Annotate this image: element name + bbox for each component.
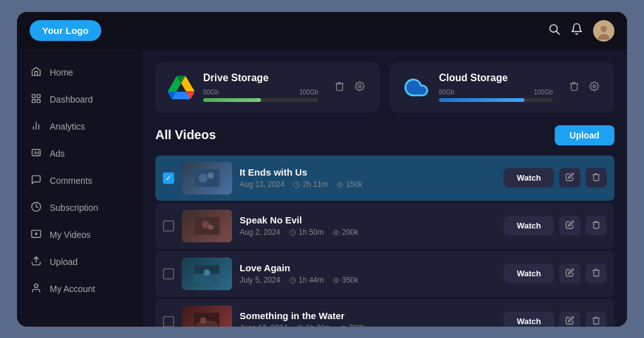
sidebar-item-ads[interactable]: Ad Ads	[17, 141, 143, 167]
watch-button-v3[interactable]: Watch	[504, 264, 554, 283]
body: Home Dashboard Analytics	[17, 50, 627, 327]
sidebar-item-dashboard-label: Dashboard	[50, 94, 93, 104]
cloud-storage-bar	[439, 98, 553, 102]
main-content: Drive Storage 50Gb 100Gb	[143, 50, 627, 327]
delete-button-v3[interactable]	[586, 264, 607, 283]
sidebar-item-my-account-label: My Account	[50, 284, 95, 294]
sidebar-item-ads-label: Ads	[50, 149, 65, 159]
video-actions-v4: Watch	[504, 312, 607, 327]
video-checkbox-v2[interactable]	[163, 220, 174, 232]
sidebar-item-my-videos[interactable]: My Videos	[17, 222, 143, 248]
drive-storage-card: Drive Storage 50Gb 100Gb	[155, 62, 380, 113]
sidebar-item-upload-label: Upload	[50, 257, 77, 267]
video-date-v3: July 5, 2024	[240, 276, 280, 284]
video-meta-v2: Speak No Evil Aug 2, 2024 1h 50m 200k	[240, 215, 496, 237]
drive-settings-button[interactable]	[352, 79, 367, 96]
upload-button[interactable]: Upload	[555, 125, 614, 145]
cloud-delete-button[interactable]	[567, 79, 582, 96]
sidebar-item-comments[interactable]: Comments	[17, 168, 143, 194]
svg-point-20	[593, 85, 596, 87]
video-duration-v1: 2h 11m	[293, 180, 328, 189]
video-checkbox-v1[interactable]: ✓	[163, 172, 174, 184]
sidebar-item-analytics[interactable]: Analytics	[17, 114, 143, 140]
my-account-icon	[30, 283, 42, 296]
video-details-v4: June 13, 2024 1h 26m 792k	[240, 324, 496, 327]
video-duration-v3: 1h 44m	[289, 276, 324, 284]
drive-bar-labels: 50Gb 100Gb	[203, 89, 318, 96]
home-icon	[30, 66, 42, 79]
video-checkbox-v3[interactable]	[163, 268, 174, 279]
cloud-storage-title: Cloud Storage	[439, 72, 553, 84]
svg-point-38	[200, 317, 206, 324]
drive-storage-bar	[203, 98, 318, 102]
svg-text:Ad: Ad	[33, 150, 39, 155]
watch-button-v2[interactable]: Watch	[504, 216, 554, 235]
edit-button-v4[interactable]	[559, 312, 580, 327]
video-actions-v1: Watch	[504, 168, 607, 188]
search-icon[interactable]	[548, 23, 560, 38]
watch-button-v4[interactable]: Watch	[504, 312, 554, 327]
sidebar-item-home[interactable]: Home	[17, 60, 143, 86]
drive-storage-title: Drive Storage	[203, 72, 318, 84]
video-checkbox-v4[interactable]	[163, 316, 174, 327]
sidebar-item-upload[interactable]: Upload	[17, 249, 143, 275]
drive-delete-button[interactable]	[332, 79, 347, 96]
svg-point-25	[340, 184, 341, 186]
watch-button-v1[interactable]: Watch	[504, 168, 554, 188]
video-thumbnail-v4	[182, 305, 232, 327]
video-views-v2: 200k	[333, 228, 358, 237]
bell-icon[interactable]	[570, 23, 583, 38]
edit-button-v1[interactable]	[559, 168, 580, 188]
app-window: Your Logo	[17, 12, 627, 327]
video-list: ✓ It Ends with Us Aug 13, 2024	[155, 155, 614, 327]
sidebar-item-my-account[interactable]: My Account	[17, 276, 143, 302]
sidebar-item-home-label: Home	[50, 67, 73, 77]
video-details-v2: Aug 2, 2024 1h 50m 200k	[240, 228, 496, 237]
drive-label-100: 100Gb	[299, 89, 318, 96]
svg-rect-7	[32, 99, 35, 102]
edit-button-v3[interactable]	[559, 264, 580, 283]
video-thumbnail-v1	[182, 162, 232, 194]
svg-point-18	[34, 284, 38, 288]
delete-button-v4[interactable]	[586, 312, 607, 327]
svg-point-3	[601, 26, 607, 32]
svg-point-23	[208, 172, 214, 179]
sidebar-item-subscription[interactable]: Subscription	[17, 195, 143, 221]
logo-button[interactable]: Your Logo	[30, 20, 101, 41]
storage-row: Drive Storage 50Gb 100Gb	[155, 62, 614, 113]
svg-rect-8	[36, 99, 40, 102]
table-row: Speak No Evil Aug 2, 2024 1h 50m 200k	[155, 203, 614, 249]
svg-point-28	[208, 225, 213, 230]
video-date-v4: June 13, 2024	[240, 324, 287, 327]
videos-section-title: All Videos	[155, 128, 216, 142]
drive-icon	[168, 76, 194, 99]
table-row: Something in the Water June 13, 2024 1h …	[155, 299, 614, 327]
video-date-v2: Aug 2, 2024	[240, 228, 280, 237]
delete-button-v1[interactable]	[586, 168, 607, 188]
table-row: ✓ It Ends with Us Aug 13, 2024	[155, 155, 614, 201]
video-thumbnail-v2	[182, 210, 232, 242]
ads-icon: Ad	[30, 147, 42, 161]
cloud-label-80: 80Gb	[439, 89, 454, 96]
video-details-v3: July 5, 2024 1h 44m 350k	[240, 276, 496, 284]
cloud-storage-actions	[567, 79, 602, 96]
video-duration-v2: 1h 50m	[289, 228, 324, 237]
video-actions-v2: Watch	[504, 216, 607, 235]
cloud-label-100: 100Gb	[534, 89, 553, 96]
video-views-v1: 150k	[336, 180, 362, 189]
avatar[interactable]	[593, 20, 614, 42]
cloud-settings-button[interactable]	[587, 79, 602, 96]
video-date-v1: Aug 13, 2024	[240, 180, 284, 189]
svg-line-1	[557, 31, 560, 35]
edit-button-v2[interactable]	[559, 216, 580, 235]
sidebar-item-dashboard[interactable]: Dashboard	[17, 87, 143, 113]
drive-storage-info: Drive Storage 50Gb 100Gb	[203, 72, 318, 102]
cloud-storage-fill	[439, 98, 525, 102]
video-details-v1: Aug 13, 2024 2h 11m 150k	[240, 180, 496, 189]
video-meta-v4: Something in the Water June 13, 2024 1h …	[240, 310, 496, 327]
delete-button-v2[interactable]	[586, 216, 607, 235]
drive-label-50: 50Gb	[203, 89, 218, 96]
svg-point-33	[204, 269, 210, 276]
upload-icon	[30, 256, 42, 269]
video-views-v3: 350k	[333, 276, 358, 284]
